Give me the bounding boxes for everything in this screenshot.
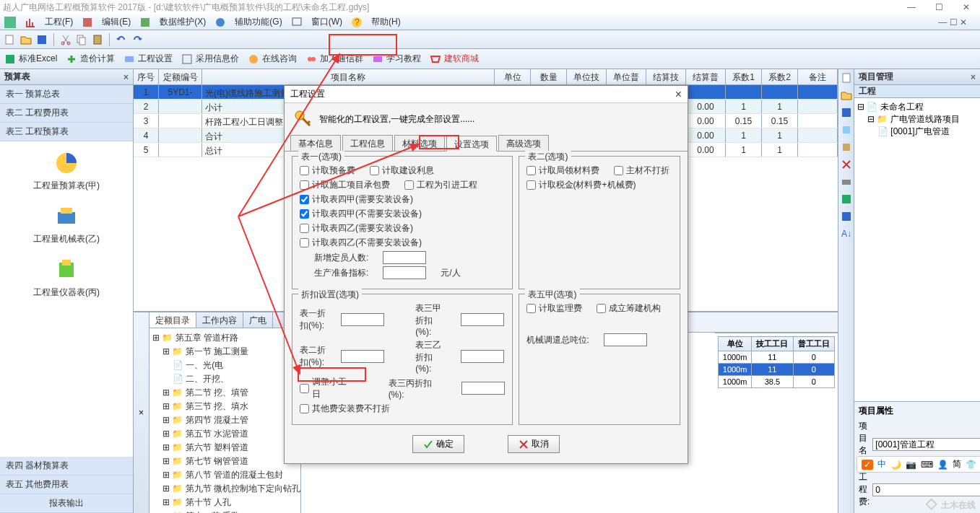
cb-main[interactable]: 主材不打折 [614, 165, 669, 177]
menu-help-icon[interactable]: ? [351, 17, 363, 28]
proj-name-input[interactable] [872, 438, 980, 451]
menu-aux[interactable]: 辅助功能(G) [235, 16, 282, 28]
dialog-tabs: 基本信息 工程信息 材料选项 设置选项 高级选项 [285, 135, 688, 151]
cb-tax[interactable]: 计取税金(材料费+机械费) [526, 179, 636, 191]
tb-settings[interactable]: 工程设置 [123, 53, 173, 65]
folder-icon[interactable] [841, 89, 852, 101]
menu-icon[interactable] [4, 17, 16, 28]
sidebar-item-t1[interactable]: 表一 预算总表 [0, 85, 133, 104]
tab-gd[interactable]: 广电 [243, 312, 273, 328]
project-tree[interactable]: ⊟ 📄 未命名工程 ⊟ 📁 广电管道线路项目 📄 [0001]广电管道 [854, 98, 980, 401]
panel-close-icon[interactable]: × [139, 408, 144, 418]
input-mach[interactable] [604, 333, 647, 346]
tab-material[interactable]: 材料选项 [394, 135, 445, 151]
tb-group[interactable]: 加入通信群 [305, 53, 363, 65]
cb-org[interactable]: 成立筹建机构 [597, 302, 661, 315]
cb-cont[interactable]: 计取施工项目承包费 [300, 179, 390, 191]
menu-aux-icon[interactable] [214, 17, 226, 28]
tab-basic[interactable]: 基本信息 [290, 135, 341, 151]
cb-prep[interactable]: 计取预备费 [300, 165, 355, 177]
excel-icon[interactable] [841, 193, 852, 205]
maximize-icon[interactable]: ☐ [928, 2, 950, 12]
input-add[interactable] [383, 251, 426, 264]
block-jia[interactable]: 工程量预算表(甲) [6, 152, 127, 192]
panel-close-icon[interactable]: × [123, 72, 129, 82]
input-prod[interactable] [383, 266, 426, 279]
sidebar-item-t5[interactable]: 表五 其他费用表 [0, 475, 133, 494]
cb-sup[interactable]: 计取监理费 [526, 302, 582, 315]
paste-icon[interactable] [92, 34, 103, 45]
tab-quota[interactable]: 定额目录 [149, 312, 196, 328]
save-icon[interactable] [841, 107, 852, 118]
svg-rect-25 [62, 260, 71, 266]
input-d1[interactable] [341, 313, 384, 326]
sidebar-item-t3[interactable]: 表三 工程预算表 [0, 123, 133, 141]
open-icon[interactable] [20, 34, 32, 45]
bottom-tabs: 定额目录 工作内容 广电 [149, 312, 300, 328]
tb-study[interactable]: 学习教程 [372, 53, 421, 65]
tb-calc[interactable]: 造价计算 [66, 53, 115, 65]
prop-header: 项目属性 [859, 405, 976, 417]
menu-data-icon[interactable] [139, 17, 151, 28]
block-yi[interactable]: 工程量机械表(乙) [6, 205, 127, 245]
menu-win-icon[interactable] [291, 17, 303, 28]
cb-other[interactable]: 其他费安装费不打折 [300, 403, 390, 415]
right-sub: 工程 [859, 85, 876, 97]
cb-small[interactable]: 调整小工日 [300, 376, 355, 400]
undo-icon[interactable] [116, 34, 127, 45]
redo-icon[interactable] [131, 34, 143, 45]
tab-project[interactable]: 工程信息 [342, 135, 393, 151]
menu-data[interactable]: 数据维护(X) [160, 16, 206, 28]
tb-online[interactable]: 在线咨询 [248, 53, 297, 65]
block-bing[interactable]: 工程量仪器表(丙) [6, 258, 127, 299]
menu-window[interactable]: 窗口(W) [311, 16, 342, 28]
sidebar-item-t4[interactable]: 表四 器材预算表 [0, 457, 133, 475]
cb-imp[interactable]: 工程为引进工程 [404, 179, 477, 191]
menu-chart-icon[interactable] [25, 17, 36, 28]
copy-icon[interactable] [841, 124, 852, 136]
svg-rect-14 [6, 55, 14, 63]
menu-project[interactable]: 工程(F) [45, 16, 73, 28]
svg-rect-7 [6, 35, 13, 44]
cb-s4an[interactable]: 计取表四甲(不需要安装设备) [300, 208, 422, 220]
sort-icon[interactable]: A↓ [841, 228, 852, 240]
cancel-button[interactable]: 取消 [508, 435, 560, 453]
copy-icon[interactable] [76, 34, 87, 45]
tb-std-excel[interactable]: 标准Excel [4, 53, 57, 65]
tab-advanced[interactable]: 高级选项 [498, 135, 549, 151]
cb-mat[interactable]: 计取局领材料费 [526, 165, 599, 177]
menu-help[interactable]: 帮助(H) [371, 16, 401, 28]
cb-s4a[interactable]: 计取表四甲(需要安装设备) [300, 193, 413, 206]
ok-button[interactable]: 确定 [412, 435, 464, 453]
panel-close-icon[interactable]: × [971, 72, 976, 82]
menu-edit[interactable]: 编辑(E) [102, 16, 131, 28]
cut-icon[interactable] [60, 34, 71, 45]
menubar: 工程(F) 编辑(E) 数据维护(X) 辅助功能(G) 窗口(W) ? 帮助(H… [0, 14, 980, 30]
cb-build[interactable]: 计取建设利息 [370, 165, 434, 177]
cb-s4b[interactable]: 计取表四乙(需要安装设备) [300, 222, 413, 234]
input-d3c[interactable] [461, 382, 505, 395]
quota-tree[interactable]: ⊞ 📁 第五章 管道杆路⊞ 📁 第一节 施工测量📄 一、光(电📄 二、开挖、⊞ … [149, 328, 300, 513]
menu-edit-icon[interactable] [82, 17, 93, 28]
tab-work[interactable]: 工作内容 [196, 312, 243, 328]
paste-icon[interactable] [841, 141, 852, 153]
dialog-close-icon[interactable]: × [675, 88, 682, 101]
word-icon[interactable] [841, 211, 852, 222]
minimize-icon[interactable]: — [901, 2, 922, 12]
save-icon[interactable] [36, 34, 48, 45]
new-icon[interactable] [4, 34, 16, 45]
input-d3b[interactable] [461, 350, 504, 363]
sidebar-item-t2[interactable]: 表二 工程费用表 [0, 104, 133, 123]
cb-s4bn[interactable]: 计取表四乙(不需要安装设备) [300, 237, 422, 249]
delete-icon[interactable] [841, 159, 852, 170]
print-icon[interactable] [841, 176, 852, 188]
tb-info-price[interactable]: 采用信息价 [181, 53, 239, 65]
file-icon[interactable] [841, 72, 852, 84]
close-icon[interactable]: ✕ [955, 2, 977, 12]
tb-mall[interactable]: 建软商城 [430, 53, 479, 65]
svg-rect-13 [94, 35, 101, 44]
input-d2[interactable] [341, 350, 384, 363]
sidebar-item-report[interactable]: 报表输出 [0, 494, 133, 513]
input-d3a[interactable] [461, 313, 504, 326]
tab-options[interactable]: 设置选项 [446, 136, 497, 152]
